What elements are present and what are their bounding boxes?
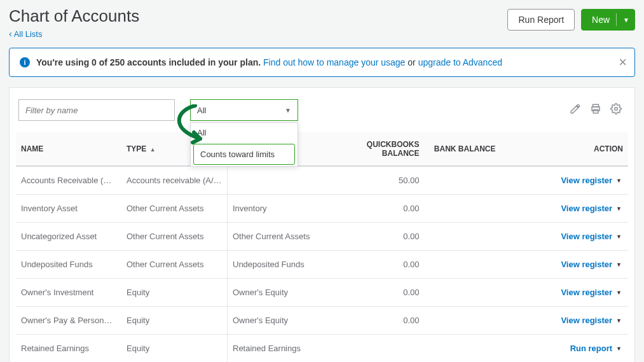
chevron-down-icon: ▼ bbox=[616, 261, 622, 268]
cell-quickbooks-balance: 0.00 bbox=[329, 251, 425, 279]
chevron-down-icon: ▼ bbox=[616, 345, 622, 352]
edit-icon[interactable] bbox=[570, 103, 581, 118]
svg-point-3 bbox=[615, 107, 618, 110]
action-link-label: View register bbox=[561, 176, 612, 185]
close-icon[interactable]: × bbox=[619, 55, 627, 69]
chevron-left-icon: ‹ bbox=[9, 29, 12, 39]
new-button-label: New bbox=[592, 15, 610, 25]
table-row: Owner's Pay & Personal ExpensesEquityOwn… bbox=[16, 307, 628, 335]
cell-type: Equity bbox=[121, 279, 228, 307]
cell-quickbooks-balance bbox=[329, 335, 425, 363]
chevron-down-icon: ▼ bbox=[616, 317, 622, 324]
chevron-down-icon: ▼ bbox=[285, 107, 291, 114]
cell-bank-balance bbox=[425, 223, 501, 251]
cell-quickbooks-balance: 0.00 bbox=[329, 307, 425, 335]
banner-link-manage-usage[interactable]: Find out how to manage your usage bbox=[263, 57, 405, 67]
accounts-table: NAME TYPE ▲ DETAIL TYPE QUICKBOOKS BALAN… bbox=[16, 132, 628, 362]
back-link-label: All Lists bbox=[14, 29, 43, 39]
cell-action: View register▼ bbox=[501, 251, 629, 279]
cell-detail-type: Other Current Assets bbox=[228, 223, 329, 251]
cell-action: View register▼ bbox=[501, 307, 629, 335]
table-row: Retained EarningsEquityRetained Earnings… bbox=[16, 335, 628, 363]
cell-name: Uncategorized Asset bbox=[16, 223, 121, 251]
column-header-quickbooks-balance[interactable]: QUICKBOOKS BALANCE bbox=[329, 132, 425, 166]
action-link-label: View register bbox=[561, 204, 612, 213]
gear-icon[interactable] bbox=[610, 103, 622, 118]
cell-bank-balance bbox=[425, 166, 501, 195]
column-header-action[interactable]: ACTION bbox=[501, 132, 629, 166]
chevron-down-icon: ▼ bbox=[623, 17, 629, 24]
cell-action: View register▼ bbox=[501, 166, 629, 195]
chevron-down-icon: ▼ bbox=[616, 289, 622, 296]
usage-banner: i You're using 0 of 250 accounts include… bbox=[9, 48, 635, 77]
cell-type: Equity bbox=[121, 307, 228, 335]
info-icon: i bbox=[20, 57, 30, 67]
cell-bank-balance bbox=[425, 335, 501, 363]
filter-type-dropdown: All Counts toward limits bbox=[190, 122, 298, 167]
new-button[interactable]: New ▼ bbox=[581, 9, 635, 31]
cell-action: Run report▼ bbox=[501, 335, 629, 363]
cell-name: Owner's Pay & Personal Expenses bbox=[16, 307, 121, 335]
column-header-name[interactable]: NAME bbox=[16, 132, 121, 166]
cell-detail-type: Owner's Equity bbox=[228, 307, 329, 335]
sort-ascending-icon: ▲ bbox=[150, 146, 156, 153]
cell-name: Accounts Receivable (A/R) bbox=[16, 166, 121, 195]
action-link-label: View register bbox=[561, 316, 612, 325]
view-register-link[interactable]: View register▼ bbox=[561, 176, 622, 185]
cell-quickbooks-balance: 50.00 bbox=[329, 166, 425, 195]
cell-detail-type bbox=[228, 166, 329, 195]
page-title: Chart of Accounts bbox=[9, 6, 139, 26]
chevron-down-icon: ▼ bbox=[616, 205, 622, 212]
view-register-link[interactable]: View register▼ bbox=[561, 316, 622, 325]
table-row: Uncategorized AssetOther Current AssetsO… bbox=[16, 223, 628, 251]
print-icon[interactable] bbox=[590, 103, 601, 118]
column-header-type-label: TYPE bbox=[127, 144, 146, 153]
cell-action: View register▼ bbox=[501, 279, 629, 307]
cell-bank-balance bbox=[425, 251, 501, 279]
filter-type-selected: All bbox=[197, 106, 206, 115]
cell-name: Owner's Investment bbox=[16, 279, 121, 307]
cell-bank-balance bbox=[425, 307, 501, 335]
cell-bank-balance bbox=[425, 279, 501, 307]
cell-type: Other Current Assets bbox=[121, 223, 228, 251]
run-report-button[interactable]: Run Report bbox=[507, 9, 575, 31]
cell-name: Retained Earnings bbox=[16, 335, 121, 363]
chevron-down-icon: ▼ bbox=[616, 178, 622, 184]
filter-by-name-input[interactable] bbox=[18, 99, 175, 121]
cell-type: Equity bbox=[121, 335, 228, 363]
cell-quickbooks-balance: 0.00 bbox=[329, 279, 425, 307]
table-row: Owner's InvestmentEquityOwner's Equity0.… bbox=[16, 279, 628, 307]
view-register-link[interactable]: View register▼ bbox=[561, 288, 622, 297]
cell-type: Other Current Assets bbox=[121, 251, 228, 279]
table-row: Undeposited FundsOther Current AssetsUnd… bbox=[16, 251, 628, 279]
cell-action: View register▼ bbox=[501, 195, 629, 223]
divider bbox=[616, 13, 617, 26]
column-header-bank-balance[interactable]: BANK BALANCE bbox=[425, 132, 501, 166]
cell-name: Undeposited Funds bbox=[16, 251, 121, 279]
action-link-label: View register bbox=[561, 232, 612, 241]
cell-type: Other Current Assets bbox=[121, 195, 228, 223]
chevron-down-icon: ▼ bbox=[616, 233, 622, 240]
action-link-label: View register bbox=[561, 260, 612, 269]
cell-action: View register▼ bbox=[501, 223, 629, 251]
banner-bold-text: You're using 0 of 250 accounts included … bbox=[36, 57, 261, 67]
table-row: Accounts Receivable (A/R)Accounts receiv… bbox=[16, 166, 628, 195]
cell-name: Inventory Asset bbox=[16, 195, 121, 223]
cell-detail-type: Owner's Equity bbox=[228, 279, 329, 307]
back-link-all-lists[interactable]: ‹ All Lists bbox=[9, 29, 42, 39]
cell-detail-type: Retained Earnings bbox=[228, 335, 329, 363]
filter-type-select[interactable]: All ▼ bbox=[190, 99, 298, 121]
dropdown-option-all[interactable]: All bbox=[191, 123, 298, 143]
action-link-label: View register bbox=[561, 288, 612, 297]
dropdown-option-counts-toward-limits[interactable]: Counts toward limits bbox=[193, 144, 295, 165]
view-register-link[interactable]: View register▼ bbox=[561, 232, 622, 241]
view-register-link[interactable]: View register▼ bbox=[561, 204, 622, 213]
banner-link-upgrade[interactable]: upgrade to Advanced bbox=[418, 57, 502, 67]
cell-detail-type: Undeposited Funds bbox=[228, 251, 329, 279]
run-report-link[interactable]: Run report▼ bbox=[570, 344, 622, 353]
action-link-label: Run report bbox=[570, 344, 612, 353]
cell-quickbooks-balance: 0.00 bbox=[329, 223, 425, 251]
view-register-link[interactable]: View register▼ bbox=[561, 260, 622, 269]
cell-bank-balance bbox=[425, 195, 501, 223]
cell-quickbooks-balance: 0.00 bbox=[329, 195, 425, 223]
